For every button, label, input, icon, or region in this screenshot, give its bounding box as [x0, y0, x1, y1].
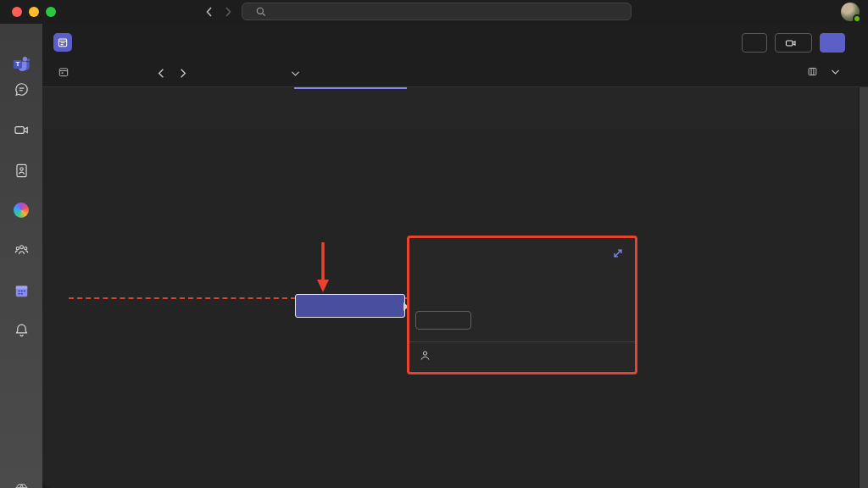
- day-header-friday[interactable]: [632, 87, 745, 128]
- minimize-window-button[interactable]: [29, 7, 39, 17]
- calendar-header: [42, 24, 868, 61]
- zoom-window-button[interactable]: [46, 7, 56, 17]
- sidebar-item-meet[interactable]: [0, 122, 42, 140]
- camera-icon: [785, 37, 797, 49]
- popup-divider: [409, 341, 635, 342]
- day-header-saturday[interactable]: [745, 87, 858, 128]
- week-day-header: [42, 87, 858, 128]
- search-input[interactable]: [242, 3, 632, 20]
- day-header-tuesday-selected[interactable]: [294, 87, 407, 128]
- sidebar-item-calendar[interactable]: [0, 283, 42, 301]
- close-window-button[interactable]: [12, 7, 22, 17]
- day-header-wednesday[interactable]: [407, 87, 520, 128]
- new-meeting-button[interactable]: [820, 33, 845, 53]
- calendar-app-icon: [53, 33, 72, 52]
- day-header-sunday[interactable]: [69, 87, 181, 128]
- join-with-id-button[interactable]: [742, 33, 767, 53]
- next-week-icon[interactable]: [176, 67, 189, 80]
- view-chevron-down-icon: [830, 66, 841, 77]
- premium-gem-icon[interactable]: [0, 482, 42, 488]
- bell-icon: [14, 322, 30, 338]
- today-button[interactable]: [58, 66, 75, 78]
- communities-icon: [14, 242, 30, 258]
- sidebar-item-copilot[interactable]: [0, 202, 42, 219]
- meet-now-button[interactable]: [775, 33, 812, 53]
- calendar-icon: [14, 283, 30, 299]
- app-sidebar: T: [0, 24, 42, 488]
- range-chevron-down-icon[interactable]: [290, 68, 301, 79]
- calendar-toolbar: [42, 61, 868, 87]
- edit-event-button[interactable]: [415, 311, 471, 330]
- week-grid-icon: [807, 66, 818, 77]
- day-header-thursday[interactable]: [520, 87, 632, 128]
- user-avatar[interactable]: [841, 3, 860, 21]
- day-header-monday[interactable]: [181, 87, 294, 128]
- calendar-main-pane: [42, 24, 868, 488]
- history-back-icon[interactable]: [203, 5, 216, 19]
- video-camera-icon: [14, 122, 30, 138]
- svg-text:T: T: [15, 60, 19, 68]
- macos-titlebar: [0, 0, 868, 24]
- sidebar-item-chat[interactable]: [0, 81, 42, 99]
- chat-icon: [14, 81, 30, 97]
- sidebar-item-communities[interactable]: [0, 242, 42, 260]
- sidebar-item-people[interactable]: [0, 163, 42, 180]
- teams-logo-icon: T: [0, 54, 42, 73]
- event-details-popup: [407, 236, 637, 374]
- status-available-dot: [853, 14, 861, 23]
- event-chip-learning-session[interactable]: [295, 294, 405, 318]
- sidebar-item-activity[interactable]: [0, 322, 42, 340]
- search-icon: [255, 6, 266, 17]
- calendar-day-icon: [58, 66, 70, 78]
- vertical-scrollbar[interactable]: [860, 87, 868, 488]
- previous-week-icon[interactable]: [155, 67, 168, 80]
- expand-popup-icon[interactable]: [612, 247, 624, 259]
- view-mode-select[interactable]: [807, 66, 841, 77]
- person-icon: [419, 349, 431, 362]
- history-forward-icon[interactable]: [221, 5, 235, 19]
- copilot-icon: [14, 202, 29, 218]
- people-icon: [14, 163, 30, 179]
